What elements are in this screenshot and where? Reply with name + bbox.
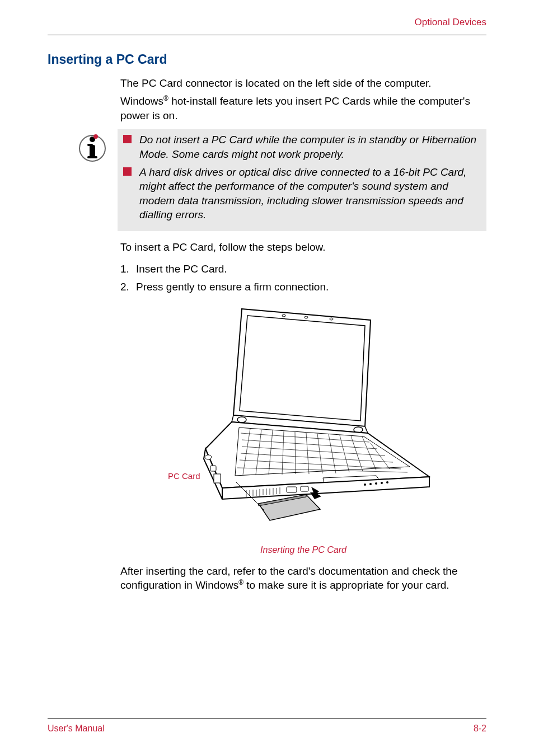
footer-rule (48, 719, 486, 719)
step-1: 1. Insert the PC Card. (120, 261, 486, 278)
svg-point-46 (386, 481, 388, 483)
svg-point-45 (381, 482, 383, 484)
svg-point-44 (375, 482, 377, 485)
steps-intro: To insert a PC Card, follow the steps be… (120, 240, 486, 255)
step-list: 1. Insert the PC Card. 2. Press gently t… (120, 261, 486, 295)
registered-mark-2: ® (238, 579, 243, 586)
note-item-1: Do not insert a PC Card while the comput… (123, 133, 481, 161)
svg-rect-3 (87, 144, 93, 146)
svg-point-47 (205, 455, 212, 459)
svg-point-5 (93, 134, 98, 139)
figure-area: PC Card (120, 303, 486, 538)
page-footer: User's Manual 8-2 (48, 719, 486, 734)
intro2-pre: Windows (120, 95, 163, 107)
svg-rect-41 (301, 486, 308, 491)
laptop-illustration (175, 303, 432, 522)
after-paragraph: After inserting the card, refer to the c… (120, 564, 486, 593)
bullet-square (123, 135, 132, 143)
svg-point-43 (369, 483, 372, 485)
step-2-number: 2. (120, 279, 136, 295)
intro-paragraph-2: Windows® hot-install feature lets you in… (120, 94, 486, 123)
intro2-post: hot-install feature lets you insert PC C… (120, 95, 470, 121)
footer-page-number: 8-2 (474, 724, 486, 734)
bullet-square (123, 167, 132, 176)
header-rule (48, 35, 486, 35)
intro-paragraph-1: The PC Card connector is located on the … (120, 76, 486, 91)
registered-mark: ® (163, 95, 168, 102)
footer-manual-title: User's Manual (48, 724, 105, 734)
svg-rect-1 (90, 145, 95, 157)
note-block: Do not insert a PC Card while the comput… (48, 129, 486, 231)
after-post: to make sure it is appropriate for your … (243, 580, 449, 591)
step-1-number: 1. (120, 261, 136, 278)
svg-point-42 (364, 483, 366, 486)
figure-callout-label: PC Card (168, 471, 200, 481)
note-content: Do not insert a PC Card while the comput… (118, 129, 486, 231)
svg-rect-49 (214, 474, 221, 483)
svg-rect-2 (87, 156, 97, 158)
step-2-text: Press gently to ensure a firm connection… (136, 279, 329, 295)
note-item-2: A hard disk drives or optical disc drive… (123, 165, 481, 223)
step-1-text: Insert the PC Card. (136, 261, 227, 278)
svg-rect-40 (287, 487, 297, 492)
svg-point-9 (237, 417, 246, 422)
figure-caption: Inserting the PC Card (120, 545, 486, 555)
step-2: 2. Press gently to ensure a firm connect… (120, 279, 486, 295)
info-icon (78, 133, 106, 164)
note-text-1: Do not insert a PC Card while the comput… (139, 133, 481, 161)
section-heading: Inserting a PC Card (48, 52, 486, 67)
svg-rect-48 (210, 466, 216, 471)
header-link[interactable]: Optional Devices (48, 17, 486, 28)
note-text-2: A hard disk drives or optical disc drive… (139, 165, 481, 223)
